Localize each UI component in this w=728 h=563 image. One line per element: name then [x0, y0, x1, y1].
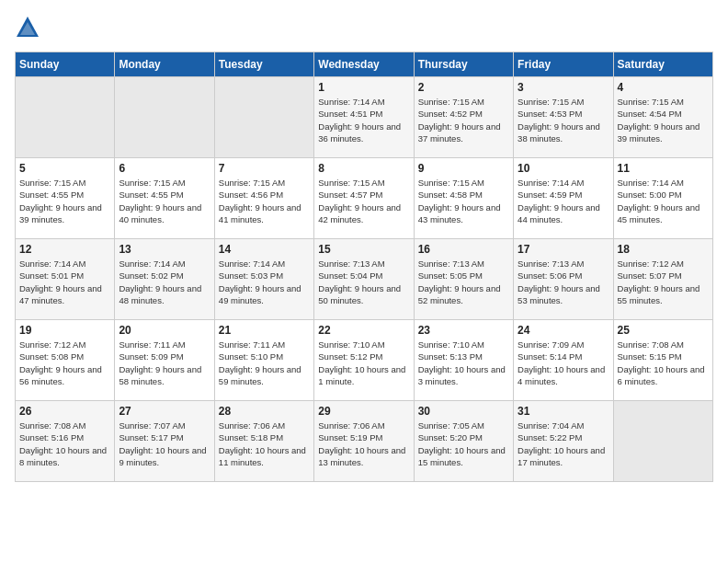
day-number: 19	[19, 324, 110, 337]
day-info: Sunrise: 7:15 AM Sunset: 4:56 PM Dayligh…	[219, 177, 310, 225]
weekday-header-thursday: Thursday	[414, 52, 513, 77]
day-number: 27	[119, 405, 210, 418]
day-number: 14	[219, 243, 310, 256]
day-info: Sunrise: 7:13 AM Sunset: 5:05 PM Dayligh…	[418, 258, 509, 306]
day-info: Sunrise: 7:04 AM Sunset: 5:22 PM Dayligh…	[518, 419, 609, 468]
weekday-header-saturday: Saturday	[613, 52, 712, 77]
calendar-cell: 5Sunrise: 7:15 AM Sunset: 4:55 PM Daylig…	[16, 158, 115, 239]
calendar-week-4: 19Sunrise: 7:12 AM Sunset: 5:08 PM Dayli…	[16, 320, 713, 401]
calendar-week-2: 5Sunrise: 7:15 AM Sunset: 4:55 PM Daylig…	[16, 158, 713, 239]
calendar-cell: 3Sunrise: 7:15 AM Sunset: 4:53 PM Daylig…	[514, 77, 613, 158]
day-info: Sunrise: 7:09 AM Sunset: 5:14 PM Dayligh…	[518, 339, 609, 387]
day-info: Sunrise: 7:08 AM Sunset: 5:15 PM Dayligh…	[618, 339, 709, 387]
calendar-cell: 30Sunrise: 7:05 AM Sunset: 5:20 PM Dayli…	[414, 401, 513, 482]
calendar-cell: 23Sunrise: 7:10 AM Sunset: 5:13 PM Dayli…	[414, 320, 513, 401]
day-number: 9	[418, 162, 509, 175]
day-number: 8	[318, 162, 409, 175]
day-number: 23	[418, 324, 509, 337]
calendar-cell	[214, 77, 313, 158]
calendar-week-5: 26Sunrise: 7:08 AM Sunset: 5:16 PM Dayli…	[16, 401, 713, 482]
calendar-cell: 26Sunrise: 7:08 AM Sunset: 5:16 PM Dayli…	[16, 401, 115, 482]
day-info: Sunrise: 7:15 AM Sunset: 4:57 PM Dayligh…	[318, 177, 409, 225]
calendar-cell: 12Sunrise: 7:14 AM Sunset: 5:01 PM Dayli…	[16, 239, 115, 320]
weekday-header-monday: Monday	[115, 52, 214, 77]
day-number: 7	[219, 162, 310, 175]
calendar-header: SundayMondayTuesdayWednesdayThursdayFrid…	[16, 52, 713, 77]
day-number: 22	[318, 324, 409, 337]
day-number: 17	[518, 243, 609, 256]
day-info: Sunrise: 7:13 AM Sunset: 5:06 PM Dayligh…	[518, 258, 609, 306]
calendar-cell: 9Sunrise: 7:15 AM Sunset: 4:58 PM Daylig…	[414, 158, 513, 239]
day-info: Sunrise: 7:07 AM Sunset: 5:17 PM Dayligh…	[119, 419, 210, 468]
day-info: Sunrise: 7:14 AM Sunset: 4:59 PM Dayligh…	[518, 177, 609, 225]
day-number: 18	[618, 243, 709, 256]
calendar-cell: 4Sunrise: 7:15 AM Sunset: 4:54 PM Daylig…	[613, 77, 712, 158]
day-number: 24	[518, 324, 609, 337]
day-info: Sunrise: 7:12 AM Sunset: 5:08 PM Dayligh…	[19, 339, 110, 387]
calendar-cell: 6Sunrise: 7:15 AM Sunset: 4:55 PM Daylig…	[115, 158, 214, 239]
calendar-cell: 10Sunrise: 7:14 AM Sunset: 4:59 PM Dayli…	[514, 158, 613, 239]
day-number: 4	[618, 81, 709, 94]
day-info: Sunrise: 7:08 AM Sunset: 5:16 PM Dayligh…	[19, 419, 110, 468]
day-info: Sunrise: 7:14 AM Sunset: 5:00 PM Dayligh…	[618, 177, 709, 225]
day-info: Sunrise: 7:06 AM Sunset: 5:19 PM Dayligh…	[318, 419, 409, 468]
day-number: 13	[119, 243, 210, 256]
calendar-cell: 29Sunrise: 7:06 AM Sunset: 5:19 PM Dayli…	[314, 401, 414, 482]
calendar-cell	[16, 77, 115, 158]
calendar-cell: 1Sunrise: 7:14 AM Sunset: 4:51 PM Daylig…	[314, 77, 414, 158]
calendar-cell	[115, 77, 214, 158]
weekday-header-tuesday: Tuesday	[214, 52, 313, 77]
day-number: 29	[318, 405, 409, 418]
day-info: Sunrise: 7:10 AM Sunset: 5:12 PM Dayligh…	[318, 339, 409, 387]
calendar-cell: 28Sunrise: 7:06 AM Sunset: 5:18 PM Dayli…	[214, 401, 313, 482]
calendar-cell: 18Sunrise: 7:12 AM Sunset: 5:07 PM Dayli…	[613, 239, 712, 320]
day-info: Sunrise: 7:15 AM Sunset: 4:54 PM Dayligh…	[618, 96, 709, 144]
day-info: Sunrise: 7:15 AM Sunset: 4:55 PM Dayligh…	[119, 177, 210, 225]
calendar-cell: 8Sunrise: 7:15 AM Sunset: 4:57 PM Daylig…	[314, 158, 414, 239]
weekday-header-sunday: Sunday	[16, 52, 115, 77]
day-number: 21	[219, 324, 310, 337]
calendar-week-3: 12Sunrise: 7:14 AM Sunset: 5:01 PM Dayli…	[16, 239, 713, 320]
day-number: 15	[318, 243, 409, 256]
day-info: Sunrise: 7:10 AM Sunset: 5:13 PM Dayligh…	[418, 339, 509, 387]
calendar-cell: 7Sunrise: 7:15 AM Sunset: 4:56 PM Daylig…	[214, 158, 313, 239]
weekday-header-friday: Friday	[514, 52, 613, 77]
day-info: Sunrise: 7:13 AM Sunset: 5:04 PM Dayligh…	[318, 258, 409, 306]
day-info: Sunrise: 7:06 AM Sunset: 5:18 PM Dayligh…	[219, 419, 310, 468]
day-info: Sunrise: 7:05 AM Sunset: 5:20 PM Dayligh…	[418, 419, 509, 468]
weekday-row: SundayMondayTuesdayWednesdayThursdayFrid…	[16, 52, 713, 77]
weekday-header-wednesday: Wednesday	[314, 52, 414, 77]
day-number: 31	[518, 405, 609, 418]
calendar-cell: 22Sunrise: 7:10 AM Sunset: 5:12 PM Dayli…	[314, 320, 414, 401]
day-number: 11	[618, 162, 709, 175]
page-header	[15, 15, 713, 40]
day-number: 30	[418, 405, 509, 418]
day-number: 6	[119, 162, 210, 175]
day-info: Sunrise: 7:11 AM Sunset: 5:10 PM Dayligh…	[219, 339, 310, 387]
logo	[15, 15, 44, 40]
calendar-cell: 21Sunrise: 7:11 AM Sunset: 5:10 PM Dayli…	[214, 320, 313, 401]
calendar-cell: 25Sunrise: 7:08 AM Sunset: 5:15 PM Dayli…	[613, 320, 712, 401]
day-info: Sunrise: 7:11 AM Sunset: 5:09 PM Dayligh…	[119, 339, 210, 387]
day-info: Sunrise: 7:14 AM Sunset: 5:01 PM Dayligh…	[19, 258, 110, 306]
day-number: 16	[418, 243, 509, 256]
calendar-cell: 16Sunrise: 7:13 AM Sunset: 5:05 PM Dayli…	[414, 239, 513, 320]
day-info: Sunrise: 7:14 AM Sunset: 4:51 PM Dayligh…	[318, 96, 409, 144]
day-info: Sunrise: 7:14 AM Sunset: 5:02 PM Dayligh…	[119, 258, 210, 306]
calendar-cell: 2Sunrise: 7:15 AM Sunset: 4:52 PM Daylig…	[414, 77, 513, 158]
calendar-cell: 13Sunrise: 7:14 AM Sunset: 5:02 PM Dayli…	[115, 239, 214, 320]
day-number: 28	[219, 405, 310, 418]
day-number: 1	[318, 81, 409, 94]
day-number: 5	[19, 162, 110, 175]
calendar-cell: 15Sunrise: 7:13 AM Sunset: 5:04 PM Dayli…	[314, 239, 414, 320]
day-info: Sunrise: 7:15 AM Sunset: 4:58 PM Dayligh…	[418, 177, 509, 225]
calendar-cell	[613, 401, 712, 482]
calendar-body: 1Sunrise: 7:14 AM Sunset: 4:51 PM Daylig…	[16, 77, 713, 482]
day-number: 2	[418, 81, 509, 94]
day-number: 20	[119, 324, 210, 337]
day-number: 25	[618, 324, 709, 337]
day-info: Sunrise: 7:15 AM Sunset: 4:53 PM Dayligh…	[518, 96, 609, 144]
day-info: Sunrise: 7:15 AM Sunset: 4:55 PM Dayligh…	[19, 177, 110, 225]
calendar-cell: 20Sunrise: 7:11 AM Sunset: 5:09 PM Dayli…	[115, 320, 214, 401]
day-number: 26	[19, 405, 110, 418]
